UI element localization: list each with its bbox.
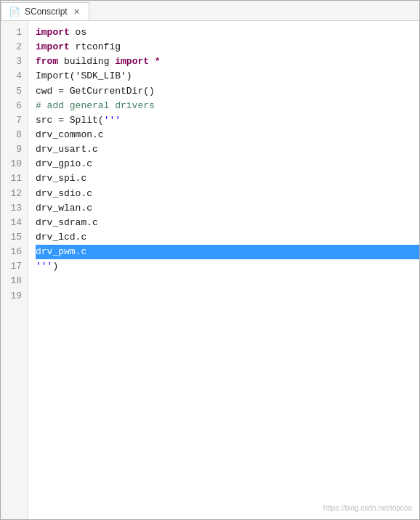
- tab-bar: 📄 SConscript ✕: [1, 1, 419, 21]
- code-content[interactable]: import osimport rtconfigfrom building im…: [28, 21, 419, 519]
- code-line: drv_wlan.c: [36, 201, 419, 216]
- editor-tab[interactable]: 📄 SConscript ✕: [1, 2, 89, 20]
- line-numbers: 12345678910111213141516171819: [1, 21, 28, 519]
- line-number: 16: [1, 245, 28, 259]
- tab-label: SConscript: [25, 7, 68, 17]
- code-line: import os: [36, 25, 419, 40]
- line-number: 9: [1, 142, 28, 157]
- line-number: 15: [1, 230, 28, 245]
- line-number: 7: [1, 113, 28, 128]
- code-line: drv_sdio.c: [36, 187, 419, 201]
- line-number: 8: [1, 128, 28, 142]
- code-line: # add general drivers: [36, 99, 419, 113]
- tab-close-button[interactable]: ✕: [72, 7, 81, 17]
- line-number: 18: [1, 274, 28, 288]
- line-number: 4: [1, 69, 28, 84]
- line-number: 2: [1, 40, 28, 54]
- line-number: 5: [1, 84, 28, 99]
- code-line: drv_lcd.c: [36, 230, 419, 245]
- file-icon: 📄: [9, 7, 20, 17]
- code-line: drv_usart.c: [36, 142, 419, 157]
- code-area: 12345678910111213141516171819 import osi…: [1, 21, 419, 519]
- code-line: Import('SDK_LIB'): [36, 69, 419, 84]
- code-line: cwd = GetCurrentDir(): [36, 84, 419, 99]
- code-line: from building import *: [36, 54, 419, 69]
- line-number: 19: [1, 289, 28, 304]
- code-line: import rtconfig: [36, 40, 419, 54]
- watermark: https://blog.csdn.net/topcoo: [323, 504, 412, 512]
- code-line: drv_common.c: [36, 128, 419, 142]
- line-number: 13: [1, 201, 28, 216]
- code-line: src = Split(''': [36, 113, 419, 128]
- line-number: 14: [1, 216, 28, 230]
- line-number: 3: [1, 54, 28, 69]
- code-line: drv_spi.c: [36, 171, 419, 186]
- line-number: 17: [1, 259, 28, 274]
- line-number: 11: [1, 171, 28, 186]
- line-number: 12: [1, 187, 28, 201]
- code-line: '''): [36, 259, 419, 274]
- line-number: 6: [1, 99, 28, 113]
- code-line: drv_gpio.c: [36, 157, 419, 171]
- editor-window: 📄 SConscript ✕ 1234567891011121314151617…: [0, 0, 420, 520]
- code-line: drv_sdram.c: [36, 216, 419, 230]
- line-number: 10: [1, 157, 28, 171]
- line-number: 1: [1, 25, 28, 40]
- code-line: drv_pwm.c: [36, 245, 419, 259]
